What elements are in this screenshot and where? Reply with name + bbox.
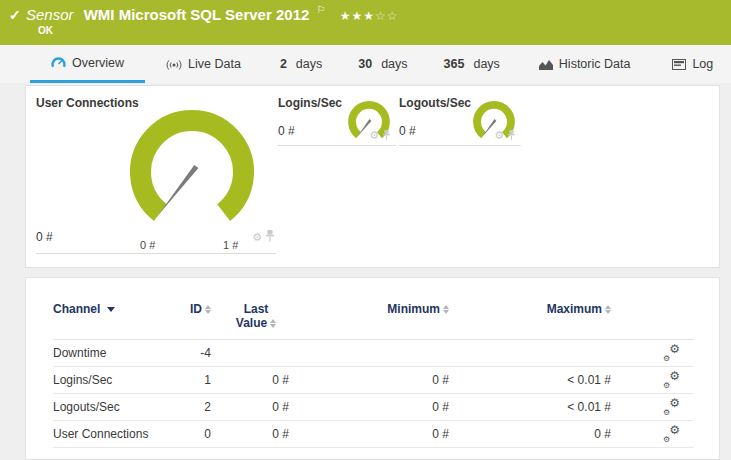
channel-maximum: < 0.01 #: [461, 373, 623, 387]
column-header-id[interactable]: ID: [183, 302, 211, 316]
gauge-logouts-sec: Logouts/Sec 0 # ⚙: [399, 94, 521, 146]
gauge-scale-max: 1 #: [223, 239, 238, 251]
table-row: Logins/Sec 1 0 # 0 # < 0.01 # ⚙⚙: [53, 367, 694, 394]
channel-name[interactable]: Logins/Sec: [53, 373, 183, 387]
tab-bar: Overview Live Data 2 days 30 days 365 da…: [0, 45, 731, 83]
area-chart-icon: [539, 59, 553, 70]
channel-minimum: 0 #: [301, 400, 461, 414]
table-row: Logouts/Sec 2 0 # 0 # < 0.01 # ⚙⚙: [53, 394, 694, 421]
tab-historic-data[interactable]: Historic Data: [518, 45, 652, 83]
channel-id: 2: [183, 400, 223, 414]
favorite-rating[interactable]: ★★★☆☆: [340, 9, 399, 23]
tab-log-label: Log: [692, 57, 713, 71]
stars-empty[interactable]: ☆☆: [375, 9, 399, 23]
table-row: User Connections 0 0 # 0 # 0 # ⚙⚙: [53, 421, 694, 448]
divider: [399, 145, 521, 146]
gauges-panel: User Connections 0 # 1 # 0 # ⚙ Logins/Se…: [25, 85, 720, 268]
tab-365-days[interactable]: 365 days: [426, 45, 518, 83]
table-row: Downtime -4 ⚙⚙: [53, 340, 694, 367]
log-icon: [672, 59, 686, 70]
gear-icon[interactable]: ⚙: [494, 130, 504, 140]
channel-settings-gears-icon[interactable]: ⚙⚙: [664, 345, 680, 359]
gauge-logins-sec: Logins/Sec 0 # ⚙: [278, 94, 396, 146]
channel-minimum: 0 #: [301, 373, 461, 387]
tab-365-days-number: 365: [444, 57, 465, 71]
tab-overview[interactable]: Overview: [30, 45, 145, 83]
tab-2-days-label: days: [296, 57, 322, 71]
sort-caret-icon: [107, 307, 115, 312]
tab-log[interactable]: Log: [651, 45, 731, 83]
channel-id: 0: [183, 427, 223, 441]
tab-live-data[interactable]: Live Data: [145, 45, 262, 83]
pin-icon[interactable]: [383, 126, 390, 144]
channel-last-value: 0 #: [223, 373, 301, 387]
channel-name[interactable]: Downtime: [53, 346, 183, 360]
tab-2-days[interactable]: 2 days: [262, 45, 340, 83]
tab-live-data-label: Live Data: [188, 57, 241, 71]
channel-maximum: 0 #: [461, 427, 623, 441]
channels-panel: Channel ID LastValue Minimum Maximum Dow…: [25, 277, 720, 460]
gauge-current-value: 0 #: [278, 124, 295, 138]
stars-filled[interactable]: ★★★: [340, 9, 375, 23]
gauge-icon: [51, 56, 66, 69]
sort-icon: [605, 305, 611, 314]
tab-30-days-label: days: [381, 57, 407, 71]
sensor-overview-page: ✓ Sensor WMI Microsoft SQL Server 2012 ⚐…: [0, 0, 731, 460]
divider: [278, 145, 396, 146]
channel-minimum: 0 #: [301, 427, 461, 441]
gauge-title: Logouts/Sec: [399, 96, 471, 110]
channel-settings-gears-icon[interactable]: ⚙⚙: [664, 399, 680, 413]
sensor-kind-label: Sensor: [26, 6, 74, 23]
sensor-status-header: ✓ Sensor WMI Microsoft SQL Server 2012 ⚐…: [0, 0, 731, 45]
channel-settings-gears-icon[interactable]: ⚙⚙: [664, 426, 680, 440]
gauge-user-connections: User Connections 0 # 1 # 0 # ⚙: [36, 94, 276, 254]
column-header-maximum[interactable]: Maximum: [461, 302, 611, 316]
gauge-current-value: 0 #: [399, 124, 416, 138]
table-header-row: Channel ID LastValue Minimum Maximum: [53, 300, 694, 340]
channel-id: -4: [183, 346, 223, 360]
channel-last-value: 0 #: [223, 427, 301, 441]
tab-historic-data-label: Historic Data: [559, 57, 631, 71]
channel-last-value: 0 #: [223, 400, 301, 414]
sensor-status-badge: OK: [38, 25, 53, 36]
tab-2-days-number: 2: [280, 57, 287, 71]
sort-icon: [270, 319, 276, 328]
channel-id: 1: [183, 373, 223, 387]
column-header-channel[interactable]: Channel: [53, 302, 183, 316]
tab-overview-label: Overview: [72, 56, 124, 70]
gauge-dial: [122, 106, 262, 236]
column-header-last-value[interactable]: LastValue: [223, 302, 289, 330]
sort-icon: [443, 305, 449, 314]
priority-flag-icon[interactable]: ⚐: [317, 4, 326, 15]
channel-name[interactable]: User Connections: [53, 427, 183, 441]
sort-icon: [205, 305, 211, 314]
gauge-scale-min: 0 #: [140, 239, 155, 251]
pin-icon[interactable]: [508, 126, 515, 144]
column-header-minimum[interactable]: Minimum: [301, 302, 449, 316]
channels-table: Channel ID LastValue Minimum Maximum Dow…: [53, 300, 694, 448]
divider: [36, 253, 276, 254]
gauge-title: Logins/Sec: [278, 96, 342, 110]
ok-check-icon: ✓: [9, 7, 21, 23]
broadcast-icon: [166, 58, 182, 70]
channel-settings-gears-icon[interactable]: ⚙⚙: [664, 372, 680, 386]
pin-icon[interactable]: [266, 228, 274, 246]
channel-name[interactable]: Logouts/Sec: [53, 400, 183, 414]
tab-30-days[interactable]: 30 days: [340, 45, 425, 83]
sensor-title: WMI Microsoft SQL Server 2012: [84, 6, 310, 23]
tab-365-days-label: days: [473, 57, 499, 71]
channel-maximum: < 0.01 #: [461, 400, 623, 414]
gauge-current-value: 0 #: [36, 230, 53, 244]
tab-30-days-number: 30: [358, 57, 372, 71]
gear-icon[interactable]: ⚙: [252, 232, 262, 242]
gear-icon[interactable]: ⚙: [369, 130, 379, 140]
